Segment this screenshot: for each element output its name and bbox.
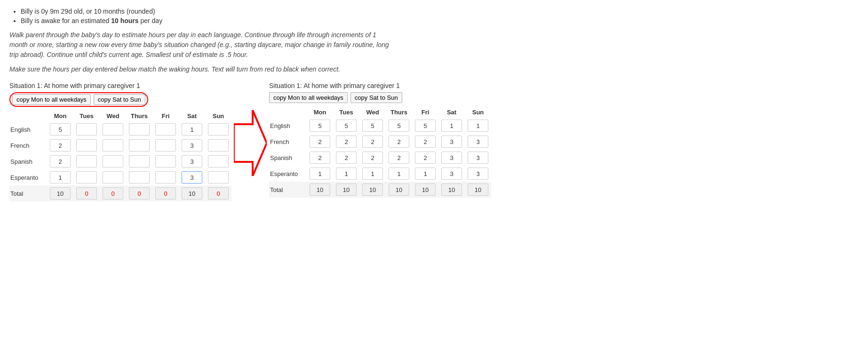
hours-input[interactable] (468, 120, 488, 132)
left-copy-sat-button[interactable]: copy Sat to Sun (94, 94, 145, 105)
hours-input[interactable] (103, 171, 123, 184)
day-cell[interactable] (47, 121, 73, 137)
day-cell[interactable] (333, 166, 359, 182)
hours-input[interactable] (310, 168, 330, 180)
hours-input[interactable] (129, 155, 150, 168)
day-cell[interactable] (205, 137, 231, 153)
day-cell[interactable] (73, 121, 100, 137)
hours-input[interactable] (441, 120, 462, 132)
right-copy-mon-button[interactable]: copy Mon to all weekdays (269, 92, 348, 103)
day-cell[interactable] (179, 121, 205, 137)
day-cell[interactable] (126, 121, 152, 137)
hours-input[interactable] (415, 120, 436, 132)
hours-input[interactable] (415, 168, 436, 180)
day-cell[interactable] (205, 121, 231, 137)
hours-input[interactable] (362, 120, 383, 132)
day-cell[interactable] (307, 118, 333, 134)
day-cell[interactable] (73, 137, 100, 153)
hours-input[interactable] (103, 139, 123, 152)
day-cell[interactable] (359, 166, 386, 182)
day-cell[interactable] (438, 150, 465, 166)
hours-input[interactable] (362, 152, 383, 164)
hours-input[interactable] (50, 171, 71, 184)
day-cell[interactable] (386, 166, 412, 182)
day-cell[interactable] (205, 153, 231, 169)
day-cell[interactable] (438, 166, 465, 182)
day-cell[interactable] (47, 137, 73, 153)
day-cell[interactable] (465, 166, 491, 182)
hours-input[interactable] (389, 120, 409, 132)
hours-input[interactable] (50, 155, 71, 168)
hours-input[interactable] (389, 168, 409, 180)
hours-input[interactable] (389, 136, 409, 148)
hours-input[interactable] (182, 171, 202, 184)
day-cell[interactable] (205, 169, 231, 185)
hours-input[interactable] (310, 152, 330, 164)
day-cell[interactable] (465, 134, 491, 150)
day-cell[interactable] (152, 137, 179, 153)
hours-input[interactable] (310, 120, 330, 132)
hours-input[interactable] (103, 123, 123, 136)
hours-input[interactable] (155, 155, 176, 168)
day-cell[interactable] (152, 153, 179, 169)
hours-input[interactable] (50, 139, 71, 152)
hours-input[interactable] (362, 168, 383, 180)
day-cell[interactable] (126, 137, 152, 153)
day-cell[interactable] (386, 118, 412, 134)
hours-input[interactable] (208, 171, 229, 184)
day-cell[interactable] (333, 118, 359, 134)
day-cell[interactable] (359, 118, 386, 134)
hours-input[interactable] (155, 123, 176, 136)
hours-input[interactable] (50, 123, 71, 136)
day-cell[interactable] (333, 134, 359, 150)
day-cell[interactable] (179, 137, 205, 153)
hours-input[interactable] (208, 123, 229, 136)
hours-input[interactable] (468, 168, 488, 180)
day-cell[interactable] (73, 169, 100, 185)
day-cell[interactable] (307, 134, 333, 150)
day-cell[interactable] (307, 150, 333, 166)
day-cell[interactable] (438, 134, 465, 150)
day-cell[interactable] (333, 150, 359, 166)
day-cell[interactable] (152, 121, 179, 137)
day-cell[interactable] (126, 153, 152, 169)
hours-input[interactable] (468, 152, 488, 164)
day-cell[interactable] (179, 153, 205, 169)
day-cell[interactable] (47, 169, 73, 185)
hours-input[interactable] (182, 155, 202, 168)
hours-input[interactable] (441, 168, 462, 180)
hours-input[interactable] (415, 152, 436, 164)
right-copy-sat-button[interactable]: copy Sat to Sun (350, 92, 402, 103)
day-cell[interactable] (386, 150, 412, 166)
day-cell[interactable] (465, 150, 491, 166)
day-cell[interactable] (412, 166, 438, 182)
day-cell[interactable] (100, 121, 126, 137)
day-cell[interactable] (438, 118, 465, 134)
hours-input[interactable] (76, 171, 97, 184)
day-cell[interactable] (307, 166, 333, 182)
hours-input[interactable] (155, 171, 176, 184)
day-cell[interactable] (179, 169, 205, 185)
hours-input[interactable] (182, 139, 202, 152)
hours-input[interactable] (468, 136, 488, 148)
hours-input[interactable] (336, 120, 357, 132)
day-cell[interactable] (100, 153, 126, 169)
hours-input[interactable] (441, 152, 462, 164)
hours-input[interactable] (389, 152, 409, 164)
day-cell[interactable] (100, 169, 126, 185)
hours-input[interactable] (208, 139, 229, 152)
day-cell[interactable] (126, 169, 152, 185)
hours-input[interactable] (208, 155, 229, 168)
hours-input[interactable] (76, 123, 97, 136)
day-cell[interactable] (152, 169, 179, 185)
day-cell[interactable] (100, 137, 126, 153)
day-cell[interactable] (73, 153, 100, 169)
day-cell[interactable] (412, 150, 438, 166)
hours-input[interactable] (129, 123, 150, 136)
day-cell[interactable] (359, 150, 386, 166)
hours-input[interactable] (155, 139, 176, 152)
day-cell[interactable] (359, 134, 386, 150)
hours-input[interactable] (129, 139, 150, 152)
hours-input[interactable] (336, 168, 357, 180)
hours-input[interactable] (441, 136, 462, 148)
